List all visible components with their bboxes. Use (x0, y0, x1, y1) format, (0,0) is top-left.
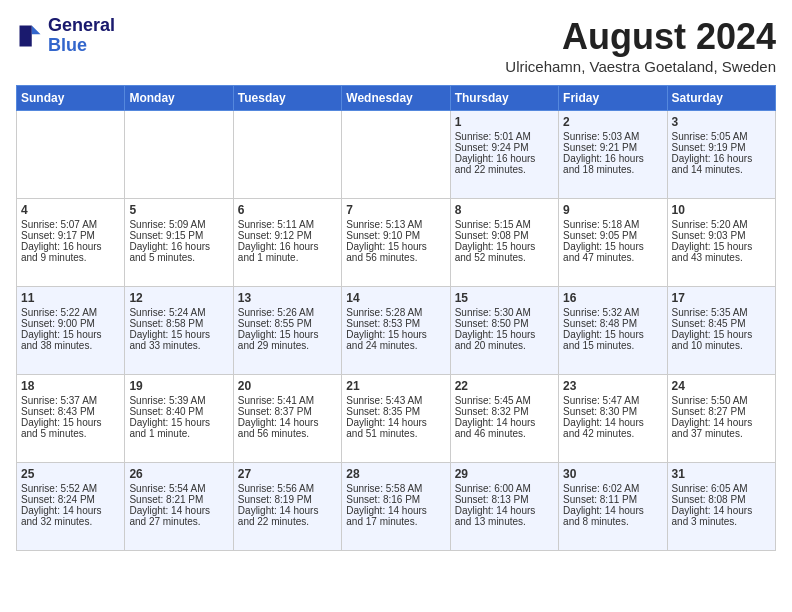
day-info: Sunset: 8:11 PM (563, 494, 662, 505)
day-number: 28 (346, 467, 445, 481)
day-info: Sunset: 8:37 PM (238, 406, 337, 417)
day-info: and 1 minute. (238, 252, 337, 263)
calendar-cell (17, 111, 125, 199)
day-info: Sunset: 9:00 PM (21, 318, 120, 329)
day-info: Daylight: 16 hours (563, 153, 662, 164)
day-info: Daylight: 15 hours (346, 241, 445, 252)
day-info: and 38 minutes. (21, 340, 120, 351)
calendar-cell: 12Sunrise: 5:24 AMSunset: 8:58 PMDayligh… (125, 287, 233, 375)
column-header-saturday: Saturday (667, 86, 775, 111)
day-info: Daylight: 14 hours (21, 505, 120, 516)
day-info: Sunrise: 5:15 AM (455, 219, 554, 230)
day-info: and 17 minutes. (346, 516, 445, 527)
logo-icon (16, 22, 44, 50)
day-number: 5 (129, 203, 228, 217)
day-info: Sunrise: 5:22 AM (21, 307, 120, 318)
day-info: Sunset: 8:35 PM (346, 406, 445, 417)
day-number: 30 (563, 467, 662, 481)
day-info: Sunrise: 5:45 AM (455, 395, 554, 406)
title-block: August 2024 Ulricehamn, Vaestra Goetalan… (505, 16, 776, 75)
logo: General Blue (16, 16, 115, 56)
calendar-cell: 30Sunrise: 6:02 AMSunset: 8:11 PMDayligh… (559, 463, 667, 551)
day-info: Sunrise: 6:00 AM (455, 483, 554, 494)
calendar-cell: 26Sunrise: 5:54 AMSunset: 8:21 PMDayligh… (125, 463, 233, 551)
day-number: 14 (346, 291, 445, 305)
day-info: Sunrise: 5:47 AM (563, 395, 662, 406)
location-subtitle: Ulricehamn, Vaestra Goetaland, Sweden (505, 58, 776, 75)
day-info: Sunrise: 5:30 AM (455, 307, 554, 318)
day-number: 3 (672, 115, 771, 129)
calendar-cell: 1Sunrise: 5:01 AMSunset: 9:24 PMDaylight… (450, 111, 558, 199)
day-info: and 29 minutes. (238, 340, 337, 351)
day-info: Sunset: 8:40 PM (129, 406, 228, 417)
day-info: Sunset: 9:17 PM (21, 230, 120, 241)
day-info: Sunrise: 5:50 AM (672, 395, 771, 406)
day-info: Sunset: 9:05 PM (563, 230, 662, 241)
calendar-cell: 21Sunrise: 5:43 AMSunset: 8:35 PMDayligh… (342, 375, 450, 463)
day-info: Sunset: 8:43 PM (21, 406, 120, 417)
day-number: 10 (672, 203, 771, 217)
svg-marker-1 (32, 25, 41, 34)
day-info: Sunset: 9:12 PM (238, 230, 337, 241)
day-info: and 56 minutes. (238, 428, 337, 439)
day-info: Sunrise: 6:05 AM (672, 483, 771, 494)
day-info: Sunset: 8:30 PM (563, 406, 662, 417)
day-info: Daylight: 14 hours (129, 505, 228, 516)
day-info: Sunset: 8:53 PM (346, 318, 445, 329)
day-info: Sunrise: 5:28 AM (346, 307, 445, 318)
day-info: Sunset: 8:58 PM (129, 318, 228, 329)
day-info: and 37 minutes. (672, 428, 771, 439)
calendar-cell: 23Sunrise: 5:47 AMSunset: 8:30 PMDayligh… (559, 375, 667, 463)
day-info: and 15 minutes. (563, 340, 662, 351)
day-info: Sunrise: 5:37 AM (21, 395, 120, 406)
day-info: Sunrise: 5:26 AM (238, 307, 337, 318)
day-info: Sunrise: 5:52 AM (21, 483, 120, 494)
day-info: Sunrise: 5:09 AM (129, 219, 228, 230)
day-number: 15 (455, 291, 554, 305)
day-info: Sunrise: 5:58 AM (346, 483, 445, 494)
day-info: Sunrise: 5:32 AM (563, 307, 662, 318)
day-info: Sunrise: 6:02 AM (563, 483, 662, 494)
day-number: 23 (563, 379, 662, 393)
day-info: and 1 minute. (129, 428, 228, 439)
day-info: and 18 minutes. (563, 164, 662, 175)
day-number: 4 (21, 203, 120, 217)
day-number: 22 (455, 379, 554, 393)
day-info: Daylight: 14 hours (346, 505, 445, 516)
day-number: 17 (672, 291, 771, 305)
calendar-table: SundayMondayTuesdayWednesdayThursdayFrid… (16, 85, 776, 551)
calendar-cell: 10Sunrise: 5:20 AMSunset: 9:03 PMDayligh… (667, 199, 775, 287)
day-info: Sunrise: 5:54 AM (129, 483, 228, 494)
column-header-tuesday: Tuesday (233, 86, 341, 111)
calendar-cell: 20Sunrise: 5:41 AMSunset: 8:37 PMDayligh… (233, 375, 341, 463)
day-number: 31 (672, 467, 771, 481)
day-info: Sunrise: 5:20 AM (672, 219, 771, 230)
day-info: Sunset: 8:45 PM (672, 318, 771, 329)
day-info: Sunset: 9:10 PM (346, 230, 445, 241)
day-number: 11 (21, 291, 120, 305)
day-info: and 5 minutes. (21, 428, 120, 439)
calendar-cell: 3Sunrise: 5:05 AMSunset: 9:19 PMDaylight… (667, 111, 775, 199)
day-info: Sunset: 8:55 PM (238, 318, 337, 329)
day-info: Daylight: 16 hours (129, 241, 228, 252)
column-header-monday: Monday (125, 86, 233, 111)
day-info: and 24 minutes. (346, 340, 445, 351)
day-number: 13 (238, 291, 337, 305)
day-info: Sunset: 9:21 PM (563, 142, 662, 153)
day-info: Sunrise: 5:01 AM (455, 131, 554, 142)
day-info: Sunrise: 5:39 AM (129, 395, 228, 406)
day-info: and 43 minutes. (672, 252, 771, 263)
day-info: and 27 minutes. (129, 516, 228, 527)
calendar-cell: 5Sunrise: 5:09 AMSunset: 9:15 PMDaylight… (125, 199, 233, 287)
day-info: Sunset: 9:15 PM (129, 230, 228, 241)
day-info: and 46 minutes. (455, 428, 554, 439)
calendar-cell: 11Sunrise: 5:22 AMSunset: 9:00 PMDayligh… (17, 287, 125, 375)
day-info: Daylight: 14 hours (346, 417, 445, 428)
day-info: Daylight: 15 hours (129, 417, 228, 428)
day-info: Sunrise: 5:24 AM (129, 307, 228, 318)
calendar-cell: 16Sunrise: 5:32 AMSunset: 8:48 PMDayligh… (559, 287, 667, 375)
page-header: General Blue August 2024 Ulricehamn, Vae… (16, 16, 776, 75)
day-info: Sunrise: 5:18 AM (563, 219, 662, 230)
day-info: Daylight: 15 hours (563, 329, 662, 340)
day-number: 24 (672, 379, 771, 393)
